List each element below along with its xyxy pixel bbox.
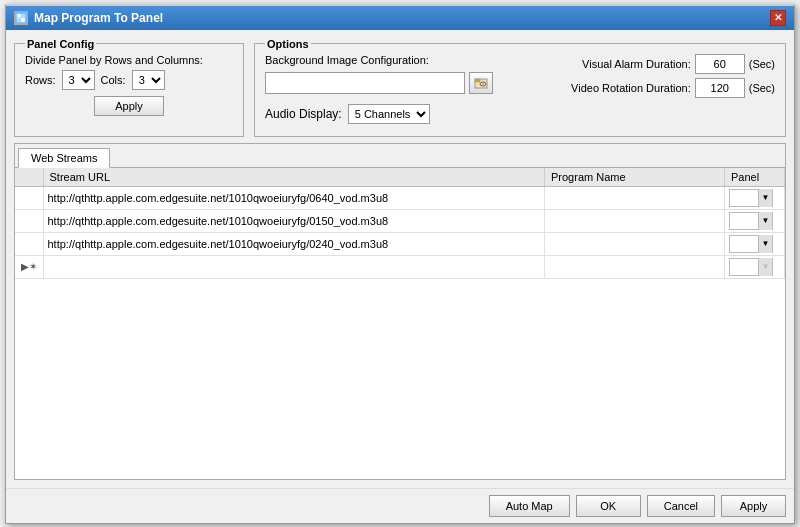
- ok-button[interactable]: OK: [576, 495, 641, 517]
- new-stream-url-cell[interactable]: [43, 255, 545, 278]
- panel-dropdown-arrow[interactable]: ▼: [758, 212, 772, 230]
- svg-rect-2: [17, 18, 21, 22]
- program-name-cell[interactable]: [545, 209, 725, 232]
- svg-rect-3: [21, 18, 25, 22]
- visual-alarm-row: Visual Alarm Duration: (Sec): [551, 54, 775, 74]
- audio-select[interactable]: 1 Channel2 Channels3 Channels4 Channels5…: [348, 104, 430, 124]
- visual-alarm-input[interactable]: [695, 54, 745, 74]
- table-container: Stream URL Program Name Panel http://qth…: [15, 168, 785, 479]
- table-row: http://qthttp.apple.com.edgesuite.net/10…: [15, 209, 785, 232]
- tabs-header: Web Streams: [15, 144, 785, 168]
- panel-cell: ▼: [725, 186, 785, 209]
- divide-label: Divide Panel by Rows and Columns:: [25, 54, 233, 66]
- new-panel-dropdown-arrow[interactable]: ▼: [758, 258, 772, 276]
- window-icon: [14, 11, 28, 25]
- stream-url-cell[interactable]: http://qthttp.apple.com.edgesuite.net/10…: [43, 232, 545, 255]
- row-indicator: [15, 232, 43, 255]
- footer: Auto Map OK Cancel Apply: [6, 488, 794, 523]
- panel-dropdown-arrow[interactable]: ▼: [758, 235, 772, 253]
- audio-row: Audio Display: 1 Channel2 Channels3 Chan…: [265, 104, 493, 124]
- bg-image-label: Background Image Configuration:: [265, 54, 493, 66]
- tab-web-streams[interactable]: Web Streams: [18, 148, 110, 168]
- top-section: Panel Config Divide Panel by Rows and Co…: [14, 38, 786, 137]
- col-indicator: [15, 168, 43, 187]
- options-right: Visual Alarm Duration: (Sec) Video Rotat…: [551, 54, 775, 98]
- bg-image-row: [265, 72, 493, 94]
- table-row: http://qthttp.apple.com.edgesuite.net/10…: [15, 186, 785, 209]
- row-indicator: [15, 209, 43, 232]
- visual-alarm-unit: (Sec): [749, 58, 775, 70]
- audio-label: Audio Display:: [265, 107, 342, 121]
- main-window: Map Program To Panel ✕ Panel Config Divi…: [5, 4, 795, 524]
- panel-dropdown-arrow[interactable]: ▼: [758, 189, 772, 207]
- row-indicator: [15, 186, 43, 209]
- rows-cols-row: Rows: 123456 Cols: 123456: [25, 70, 233, 90]
- svg-rect-5: [475, 79, 480, 82]
- new-panel-select[interactable]: ▼: [729, 258, 773, 276]
- auto-map-button[interactable]: Auto Map: [489, 495, 570, 517]
- program-name-cell[interactable]: [545, 232, 725, 255]
- panel-apply-button[interactable]: Apply: [94, 96, 164, 116]
- new-row: ▶✶ ▼: [15, 255, 785, 278]
- options-left: Background Image Configuration:: [265, 54, 493, 128]
- streams-table: Stream URL Program Name Panel http://qth…: [15, 168, 785, 279]
- panel-config-group: Panel Config Divide Panel by Rows and Co…: [14, 38, 244, 137]
- col-program-name: Program Name: [545, 168, 725, 187]
- options-content: Background Image Configuration:: [265, 54, 775, 128]
- cols-select[interactable]: 123456: [132, 70, 165, 90]
- table-header-row: Stream URL Program Name Panel: [15, 168, 785, 187]
- table-body: http://qthttp.apple.com.edgesuite.net/10…: [15, 186, 785, 278]
- cancel-button[interactable]: Cancel: [647, 495, 715, 517]
- new-row-indicator: ▶✶: [15, 255, 43, 278]
- col-panel: Panel: [725, 168, 785, 187]
- col-stream-url: Stream URL: [43, 168, 545, 187]
- title-bar-left: Map Program To Panel: [14, 11, 163, 25]
- bg-image-input[interactable]: [265, 72, 465, 94]
- visual-alarm-label: Visual Alarm Duration:: [551, 58, 691, 70]
- options-title: Options: [265, 38, 311, 50]
- panel-select[interactable]: ▼: [729, 189, 773, 207]
- panel-select[interactable]: ▼: [729, 235, 773, 253]
- video-rotation-row: Video Rotation Duration: (Sec): [551, 78, 775, 98]
- window-body: Panel Config Divide Panel by Rows and Co…: [6, 30, 794, 488]
- rows-label: Rows:: [25, 74, 56, 86]
- window-title: Map Program To Panel: [34, 11, 163, 25]
- svg-rect-0: [17, 14, 21, 18]
- browse-button[interactable]: [469, 72, 493, 94]
- tab-section: Web Streams Stream URL Program Name Pane…: [14, 143, 786, 480]
- stream-url-cell[interactable]: http://qthttp.apple.com.edgesuite.net/10…: [43, 186, 545, 209]
- svg-point-7: [482, 83, 484, 85]
- svg-rect-1: [21, 14, 25, 18]
- panel-cell: ▼: [725, 209, 785, 232]
- cols-label: Cols:: [101, 74, 126, 86]
- stream-url-cell[interactable]: http://qthttp.apple.com.edgesuite.net/10…: [43, 209, 545, 232]
- program-name-cell[interactable]: [545, 186, 725, 209]
- title-bar: Map Program To Panel ✕: [6, 6, 794, 30]
- panel-select[interactable]: ▼: [729, 212, 773, 230]
- options-group: Options Background Image Configuration:: [254, 38, 786, 137]
- panel-config-title: Panel Config: [25, 38, 96, 50]
- new-panel-cell: ▼: [725, 255, 785, 278]
- video-rotation-unit: (Sec): [749, 82, 775, 94]
- rows-select[interactable]: 123456: [62, 70, 95, 90]
- video-rotation-input[interactable]: [695, 78, 745, 98]
- table-row: http://qthttp.apple.com.edgesuite.net/10…: [15, 232, 785, 255]
- close-button[interactable]: ✕: [770, 10, 786, 26]
- new-program-name-cell[interactable]: [545, 255, 725, 278]
- apply-button[interactable]: Apply: [721, 495, 786, 517]
- panel-cell: ▼: [725, 232, 785, 255]
- video-rotation-label: Video Rotation Duration:: [551, 82, 691, 94]
